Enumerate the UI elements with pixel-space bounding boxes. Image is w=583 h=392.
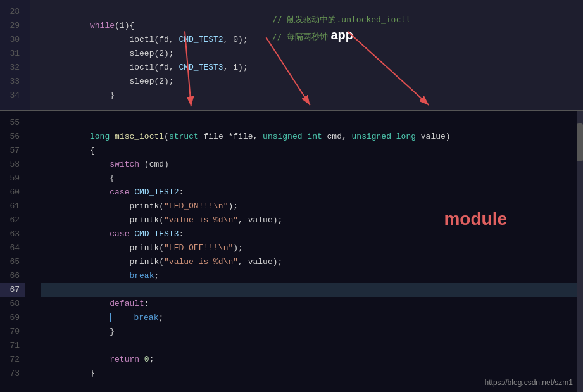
ln-62: 62 [0,213,25,227]
kw-while: while [90,21,115,30]
plain: (1){ [115,21,134,30]
ln-30: 30 [0,33,25,47]
ln-68: 68 [0,297,25,311]
ln-56: 56 [0,130,25,144]
cursor-indicator [110,313,111,322]
bottom-line-numbers: 55 56 57 58 59 60 61 62 63 64 65 66 67 6… [0,111,30,377]
code-line-59: case CMD_TEST2: [41,172,583,186]
ln-66: 66 [0,269,25,283]
code-line-57: switch (cmd) [41,144,583,158]
bottom-code-lines: long misc_ioctl(struct file *file, unsig… [30,111,583,377]
ln-55: 55 [0,116,25,130]
ln-28: 28 [0,5,25,19]
code-line-28: while(1){ [41,5,583,19]
ln-69: 69 [0,311,25,325]
ln-72: 72 [0,353,25,367]
ln-29: 29 [0,19,25,33]
code-line-67: default: [41,283,583,297]
ln-71: 71 [0,339,25,353]
ln-34: 34 [0,89,25,103]
ln-63: 63 [0,227,25,241]
ln-73: 73 [0,367,25,381]
ln-58: 58 [0,158,25,172]
ln-61: 61 [0,199,25,213]
top-line-numbers: 28 29 30 31 32 33 34 [0,0,30,110]
code-line-70 [41,325,583,339]
ln-65: 65 [0,255,25,269]
ln-31: 31 [0,47,25,61]
ln-64: 64 [0,241,25,255]
editor-container: 28 29 30 31 32 33 34 while(1){ ioctl(fd,… [0,0,583,392]
scrollbar-thumb[interactable] [577,123,583,161]
ln-59: 59 [0,172,25,186]
top-section: 28 29 30 31 32 33 34 while(1){ ioctl(fd,… [0,0,583,111]
module-label: module [444,209,507,229]
bottom-section: 55 56 57 58 59 60 61 62 63 64 65 66 67 6… [0,111,583,392]
code-line-71: return 0; [41,339,583,353]
ln-67: 67 [0,283,25,297]
scrollbar-track[interactable] [577,111,583,392]
ln-70: 70 [0,325,25,339]
url-label: https://blog.csdn.net/szm1 [485,378,573,387]
code-line-55: long misc_ioctl(struct file *file, unsig… [41,116,583,130]
code-line-73 [41,367,583,377]
ln-33: 33 [0,75,25,89]
ln-60: 60 [0,186,25,199]
top-code-lines: while(1){ ioctl(fd, CMD_TEST2, 0); sleep… [30,0,583,110]
ln-32: 32 [0,61,25,75]
ln-57: 57 [0,144,25,158]
code-line-34 [41,89,583,103]
